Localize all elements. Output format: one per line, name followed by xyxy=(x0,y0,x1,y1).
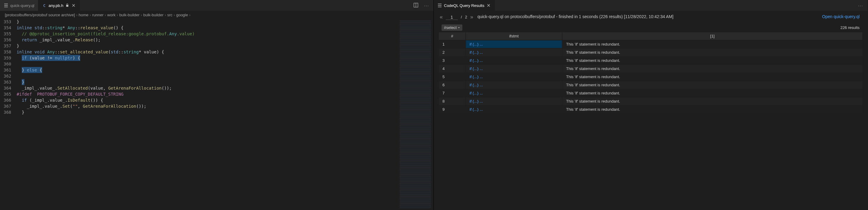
breadcrumb-item[interactable]: bulk-builder xyxy=(119,13,140,17)
table-row[interactable]: 7 if (...) ... This 'if' statement is re… xyxy=(438,89,863,97)
cell-num: 5 xyxy=(438,73,466,81)
tab-label: quick-query.ql xyxy=(10,3,34,8)
list-icon xyxy=(437,3,442,8)
cell-msg: This 'if' statement is redundant. xyxy=(562,81,863,89)
results-title: quick-query.ql on protocolbuffers/protob… xyxy=(477,14,818,20)
next-page-icon[interactable]: » xyxy=(470,14,473,20)
breadcrumb-item[interactable]: [protocolbuffers/protobuf source archive… xyxy=(5,13,75,17)
results-actions: ··· xyxy=(858,0,867,11)
selector-row: #select 226 results xyxy=(434,23,867,32)
chevron-right-icon: › xyxy=(189,13,190,17)
editor-pane: quick-query.ql C any.pb.h ··· [protocolb… xyxy=(0,0,434,210)
editor-tabs: quick-query.ql C any.pb.h ··· xyxy=(0,0,433,11)
breadcrumb-item[interactable]: home xyxy=(79,13,89,17)
cell-num: 7 xyxy=(438,89,466,97)
chevron-right-icon: › xyxy=(165,13,166,17)
tab-codeql-results[interactable]: CodeQL Query Results xyxy=(434,0,495,11)
breadcrumb-item[interactable]: work xyxy=(107,13,116,17)
table-row[interactable]: 3 if (...) ... This 'if' statement is re… xyxy=(438,56,863,65)
page-total: 2 xyxy=(465,15,467,19)
table-row[interactable]: 9 if (...) ... This 'if' statement is re… xyxy=(438,105,863,114)
results-header: « / 2 » quick-query.ql on protocolbuffer… xyxy=(434,11,867,23)
page-input[interactable] xyxy=(446,14,458,20)
cell-num: 3 xyxy=(438,56,466,65)
cell-ifstmt[interactable]: if (...) ... xyxy=(466,89,562,97)
split-editor-icon[interactable] xyxy=(413,2,418,9)
cell-msg: This 'if' statement is redundant. xyxy=(562,105,863,114)
table-row[interactable]: 2 if (...) ... This 'if' statement is re… xyxy=(438,48,863,56)
prev-page-icon[interactable]: « xyxy=(440,14,443,20)
cell-ifstmt[interactable]: if (...) ... xyxy=(466,56,562,65)
minimap[interactable] xyxy=(397,19,433,210)
c-file-icon: C xyxy=(42,3,47,8)
table-row[interactable]: 8 if (...) ... This 'if' statement is re… xyxy=(438,97,863,105)
table-row[interactable]: 1 if (...) ... This 'if' statement is re… xyxy=(438,40,863,48)
breadcrumb[interactable]: [protocolbuffers/protobuf source archive… xyxy=(0,11,433,19)
breadcrumb-item[interactable]: google xyxy=(176,13,188,17)
cell-num: 9 xyxy=(438,105,466,114)
results-table: # ifstmt [1] 1 if (...) ... This 'if' st… xyxy=(438,32,863,114)
col-ifstmt: ifstmt xyxy=(466,32,562,40)
chevron-right-icon: › xyxy=(117,13,118,17)
chevron-right-icon: › xyxy=(105,13,106,17)
table-header: # ifstmt [1] xyxy=(438,32,863,40)
cell-ifstmt[interactable]: if (...) ... xyxy=(466,40,562,48)
cell-ifstmt[interactable]: if (...) ... xyxy=(466,105,562,114)
chevron-right-icon: › xyxy=(76,13,77,17)
line-gutter: 3533543553563573583593603613623633643653… xyxy=(0,19,17,210)
cell-num: 6 xyxy=(438,81,466,89)
cell-msg: This 'if' statement is redundant. xyxy=(562,73,863,81)
chevron-right-icon: › xyxy=(174,13,175,17)
table-row[interactable]: 6 if (...) ... This 'if' statement is re… xyxy=(438,81,863,89)
cell-ifstmt[interactable]: if (...) ... xyxy=(466,73,562,81)
tab-any-pb-h[interactable]: C any.pb.h xyxy=(38,0,80,11)
pager: « / 2 » xyxy=(440,14,473,20)
breadcrumb-item[interactable]: bulk-builder xyxy=(143,13,163,17)
breadcrumb-item[interactable]: runner xyxy=(92,13,104,17)
table-row[interactable]: 4 if (...) ... This 'if' statement is re… xyxy=(438,65,863,73)
cell-ifstmt[interactable]: if (...) ... xyxy=(466,48,562,56)
more-icon[interactable]: ··· xyxy=(424,3,429,8)
cell-ifstmt[interactable]: if (...) ... xyxy=(466,65,562,73)
cell-num: 4 xyxy=(438,65,466,73)
tab-label: CodeQL Query Results xyxy=(444,3,484,8)
cell-msg: This 'if' statement is redundant. xyxy=(562,89,863,97)
readonly-lock-icon xyxy=(65,3,69,8)
more-icon[interactable]: ··· xyxy=(858,3,863,8)
cell-num: 8 xyxy=(438,97,466,105)
result-set-select[interactable]: #select xyxy=(441,25,462,31)
tab-label: any.pb.h xyxy=(49,3,63,8)
cell-msg: This 'if' statement is redundant. xyxy=(562,40,863,48)
code-editor[interactable]: 3533543553563573583593603613623633643653… xyxy=(0,19,433,210)
page-sep: / xyxy=(461,15,462,19)
col-num: # xyxy=(438,32,466,40)
results-tabs: CodeQL Query Results ··· xyxy=(434,0,867,11)
cell-msg: This 'if' statement is redundant. xyxy=(562,56,863,65)
tab-quick-query[interactable]: quick-query.ql xyxy=(0,0,38,11)
cell-msg: This 'if' statement is redundant. xyxy=(562,97,863,105)
close-icon[interactable] xyxy=(486,3,491,8)
chevron-right-icon: › xyxy=(90,13,91,17)
table-row[interactable]: 5 if (...) ... This 'if' statement is re… xyxy=(438,73,863,81)
results-pane: CodeQL Query Results ··· « / 2 » quick-q… xyxy=(434,0,867,210)
cell-msg: This 'if' statement is redundant. xyxy=(562,48,863,56)
chevron-right-icon: › xyxy=(141,13,142,17)
cell-ifstmt[interactable]: if (...) ... xyxy=(466,97,562,105)
cell-msg: This 'if' statement is redundant. xyxy=(562,65,863,73)
cell-num: 1 xyxy=(438,40,466,48)
open-query-link[interactable]: Open quick-query.ql xyxy=(822,14,860,20)
close-icon[interactable] xyxy=(71,3,76,8)
editor-actions: ··· xyxy=(413,0,433,11)
col-msg: [1] xyxy=(562,32,863,40)
result-count: 226 results xyxy=(840,25,860,30)
breadcrumb-item[interactable]: src xyxy=(167,13,172,17)
list-icon xyxy=(4,3,8,8)
cell-num: 2 xyxy=(438,48,466,56)
code-content[interactable]: }inline std::string* Any::release_value(… xyxy=(17,19,397,210)
cell-ifstmt[interactable]: if (...) ... xyxy=(466,81,562,89)
